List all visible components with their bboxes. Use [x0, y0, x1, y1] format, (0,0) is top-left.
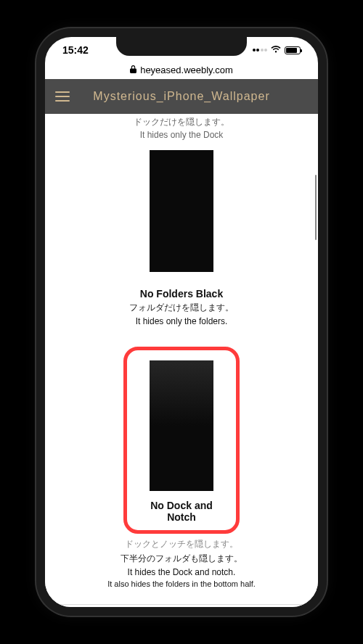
item2-desc2: It also hides the folders in the bottom … — [45, 579, 318, 588]
item2-jp2: 下半分のフォルダも隠します。 — [45, 553, 318, 565]
device-notch — [116, 37, 247, 56]
item2-title: No Dock and Notch — [137, 500, 226, 523]
wifi-icon — [270, 44, 282, 56]
status-indicators — [253, 44, 301, 56]
battery-icon — [285, 46, 301, 54]
section-divider — [60, 604, 303, 605]
lock-icon — [130, 65, 136, 75]
wallpaper-item-1 — [150, 150, 213, 275]
highlighted-wallpaper: No Dock and Notch — [123, 347, 240, 534]
item1-jp: フォルダだけを隠します。 — [45, 302, 318, 314]
page-content[interactable]: ドックだけを隠します。 It hides only the Dock No Fo… — [45, 79, 318, 607]
browser-url-bar[interactable]: heyeased.weebly.com — [45, 60, 318, 79]
scroll-indicator[interactable] — [315, 175, 317, 240]
item1-title: No Folders Black — [45, 288, 318, 300]
item2-jp-partial: ドックとノッチを隠します。 — [45, 538, 318, 550]
peek-jp-text: ドックだけを隠します。 — [45, 115, 318, 128]
site-header: Mysterious_iPhone_Wallpaper — [45, 79, 318, 114]
wallpaper-thumbnail[interactable] — [150, 150, 213, 272]
url-text: heyeased.weebly.com — [140, 65, 233, 75]
signal-icon — [253, 49, 268, 51]
item1-desc: It hides only the folders. — [45, 316, 318, 326]
wallpaper-thumbnail-highlighted[interactable] — [150, 360, 213, 491]
item2-desc: It hides the Dock and notch. — [45, 567, 318, 577]
phone-frame: 15:42 heyeased.weebly.com Mysterious_i — [36, 28, 327, 616]
peek-en-text: It hides only the Dock — [45, 128, 318, 141]
status-time: 15:42 — [62, 44, 89, 56]
site-title[interactable]: Mysterious_iPhone_Wallpaper — [55, 90, 308, 103]
